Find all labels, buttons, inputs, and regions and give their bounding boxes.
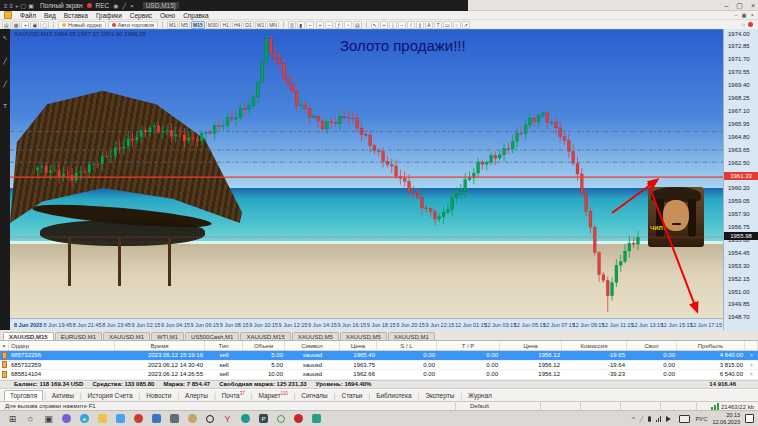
chart-tab-US500Cash,M1[interactable]: US500Cash,M1 [185, 332, 239, 340]
touch-keyboard-icon[interactable] [679, 415, 690, 423]
zoom-out-icon[interactable]: − [325, 21, 333, 29]
list-icon[interactable]: ≡ [10, 3, 14, 9]
cursor-tool-icon[interactable]: ↖ [371, 21, 379, 29]
tray-pen-icon[interactable]: ╱ [640, 415, 644, 422]
move-icon[interactable]: + [15, 3, 19, 9]
speaker-icon[interactable] [666, 416, 674, 422]
vline-tool-icon[interactable]: | [389, 21, 397, 29]
trendline-tool-icon[interactable]: / [407, 21, 415, 29]
templates-icon[interactable]: ▤ [353, 21, 362, 29]
hline-tool-icon[interactable]: − [398, 21, 406, 29]
search-icon[interactable]: ○ [26, 414, 35, 423]
chart-tab-XAUUSD,M15[interactable]: XAUUSD,M15 [3, 332, 54, 340]
text-tool-icon[interactable]: T [3, 103, 7, 109]
new-chart-icon[interactable]: ▤ [2, 21, 11, 29]
task-view-icon[interactable]: ▣ [44, 414, 53, 423]
chart-tab-XAUUSD,M5[interactable]: XAUUSD,M5 [292, 332, 339, 340]
close-position-icon[interactable]: × [745, 351, 758, 360]
app-slate-icon[interactable] [170, 414, 179, 423]
periods-icon[interactable]: ◔ [344, 21, 352, 29]
mdi-close-icon[interactable]: × [751, 12, 754, 18]
tab-Торговля[interactable]: Торговля [4, 390, 43, 401]
tab-Новости[interactable]: Новости [141, 391, 176, 400]
tab-Статьи[interactable]: Статьи [336, 391, 367, 400]
tab-История Счета[interactable]: История Счета [83, 391, 138, 400]
find-icon[interactable]: ○ [741, 22, 745, 28]
app-red-icon[interactable] [134, 414, 143, 423]
profile-name[interactable]: Default [470, 403, 489, 409]
timeframe-M1[interactable]: M1 [167, 21, 178, 29]
timeframe-H1[interactable]: H1 [220, 21, 230, 29]
calculator-icon[interactable] [152, 414, 161, 423]
edge-icon[interactable]: e [80, 414, 89, 423]
menu-Справка[interactable]: Справка [183, 12, 209, 19]
trend-arrow[interactable] [648, 183, 697, 311]
timeframe-D1[interactable]: D1 [243, 21, 253, 29]
network-icon[interactable] [656, 416, 661, 422]
tab-Эксперты[interactable]: Эксперты [420, 391, 459, 400]
close-position-icon[interactable]: × [745, 361, 758, 370]
mdi-restore-icon[interactable]: ▣ [742, 12, 747, 18]
app-ring-icon[interactable] [206, 415, 214, 423]
menu-Графики[interactable]: Графики [96, 12, 122, 19]
tab-Маркет[interactable]: Маркет110 [253, 390, 292, 400]
timeframe-M30[interactable]: M30 [206, 21, 220, 29]
clock[interactable]: 20:13 12.06.2023 [712, 412, 740, 425]
tab-Библиотека[interactable]: Библиотека [371, 391, 416, 400]
trade-row[interactable]: 6857322962023.06.12 15:19:16sell5.00xauu… [0, 351, 758, 361]
mdi-minimize-icon[interactable]: – [735, 12, 738, 18]
chart-tab-WTI,M1[interactable]: WTI,M1 [151, 332, 184, 340]
menu-icon[interactable]: ≡ [4, 3, 8, 9]
pen-icon[interactable]: ╱ [3, 57, 7, 64]
app-reddot-icon[interactable] [294, 414, 303, 423]
menu-Вид[interactable]: Вид [44, 12, 56, 19]
profiles-icon[interactable]: ▦ [12, 21, 21, 29]
app-y-icon[interactable]: Y [223, 414, 232, 423]
folder-icon[interactable] [98, 414, 107, 423]
highlighter-icon[interactable]: ╱ [3, 80, 7, 87]
arrows-tool-icon[interactable]: ↗ [462, 21, 470, 29]
trade-row[interactable]: 6857323592023.06.12 14:30:40sell5.00xauu… [0, 361, 758, 371]
app-green-icon[interactable] [277, 415, 285, 423]
draw-icon[interactable]: ╱ [123, 2, 127, 9]
label-tool-icon[interactable]: T [434, 21, 442, 29]
microphone-icon[interactable] [648, 416, 651, 422]
rect-tool-icon[interactable]: ▭ [443, 21, 452, 29]
cursor-icon[interactable]: ↖ [2, 34, 7, 41]
window-icon[interactable]: ▢ [40, 21, 49, 29]
timeframe-H4[interactable]: H4 [232, 21, 242, 29]
chart-area[interactable]: ЧИЛ? XAUUSD,M15 1964.29 1967.37 1961.90 … [10, 29, 723, 319]
candlestick-chart[interactable] [10, 30, 723, 319]
app-r-icon[interactable]: Р [259, 414, 268, 423]
crosshair-icon[interactable]: + [21, 21, 29, 29]
app-tan-icon[interactable] [188, 414, 197, 423]
chart-tab-XAUUSD,M1[interactable]: XAUUSD,M1 [103, 332, 150, 340]
chart-tab-XAUUSD,M5[interactable]: XAUUSD,M5 [340, 332, 387, 340]
channel-tool-icon[interactable]: ∥ [416, 21, 424, 29]
chart-tab-XAUUSD,M15[interactable]: XAUUSD,M15 [240, 332, 290, 340]
price-axis[interactable]: 1974.001972.851971.701970.551969.401968.… [723, 29, 758, 330]
new-order-button[interactable]: Новый ордер [58, 21, 106, 29]
bar-chart-icon[interactable]: ||| [288, 21, 296, 29]
candle-chart-icon[interactable]: ▮ [297, 21, 305, 29]
tab-Почта[interactable]: Почта37 [217, 390, 250, 400]
windows-icon[interactable]: ▣ [28, 3, 34, 9]
tab-Сигналы[interactable]: Сигналы [296, 391, 332, 400]
text-tool-icon[interactable]: A [425, 21, 433, 29]
tab-Журнал[interactable]: Журнал [463, 391, 497, 400]
chart-tab-EURUSD,M1[interactable]: EURUSD,M1 [55, 332, 102, 340]
capture-area-icon[interactable]: ▢ [21, 3, 27, 9]
minimize-icon[interactable]: – [724, 2, 728, 9]
close-icon[interactable]: × [751, 2, 755, 9]
menu-Файл[interactable]: Файл [20, 12, 36, 19]
indicators-icon[interactable]: ƒ [335, 21, 343, 29]
autotrade-button[interactable]: Авто-торговля [108, 21, 158, 29]
timeframe-M15[interactable]: M15 [191, 21, 205, 29]
zoom-in-icon[interactable]: + [316, 21, 324, 29]
start-icon[interactable]: ⊞ [8, 414, 17, 423]
column-header[interactable]: × [0, 341, 9, 350]
mail-icon[interactable] [116, 414, 125, 423]
ellipse-tool-icon[interactable]: ○ [453, 21, 461, 29]
tab-Алерты[interactable]: Алерты [180, 391, 213, 400]
crosshair-tool-icon[interactable]: + [380, 21, 388, 29]
